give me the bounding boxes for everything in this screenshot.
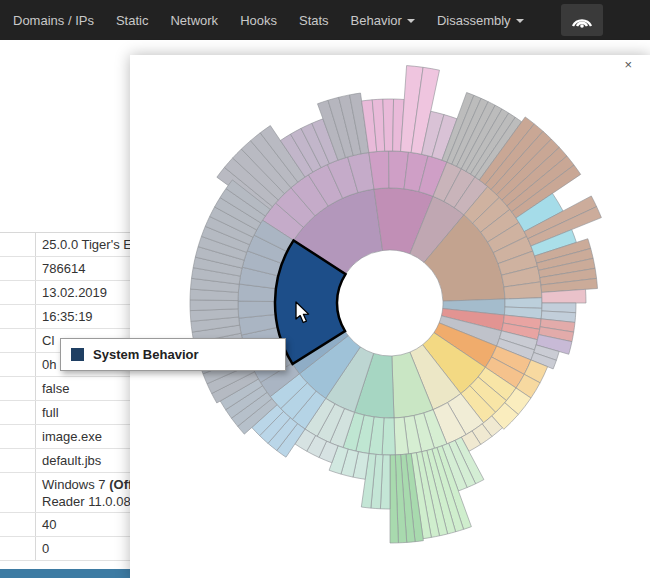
nav-item-behavior[interactable]: Behavior xyxy=(340,0,426,40)
nav-item-label: Stats xyxy=(299,13,329,28)
table-label-cell xyxy=(0,537,36,560)
close-icon[interactable]: × xyxy=(624,58,632,71)
sunburst-segment[interactable] xyxy=(505,298,542,309)
table-label-cell xyxy=(0,257,36,280)
table-value-cell: 40 xyxy=(36,513,130,536)
chevron-down-icon xyxy=(516,19,524,23)
top-nav: Domains / IPsStaticNetworkHooksStatsBeha… xyxy=(0,0,650,40)
table-label-cell xyxy=(0,353,36,376)
chart-tooltip: System Behavior xyxy=(60,338,286,371)
nav-item-static[interactable]: Static xyxy=(105,0,160,40)
table-row: Windows 7 (OffReader 11.0.08, xyxy=(0,473,130,513)
graph-icon-button[interactable] xyxy=(561,4,603,36)
table-label-cell xyxy=(0,473,36,512)
nav-item-domains-ips[interactable]: Domains / IPs xyxy=(2,0,105,40)
table-value-cell: 16:35:19 xyxy=(36,305,130,328)
bottom-section-bar xyxy=(0,569,130,578)
nav-item-label: Domains / IPs xyxy=(13,13,94,28)
table-label-cell xyxy=(0,513,36,536)
table-row: 786614 xyxy=(0,257,130,281)
table-value-cell: 786614 xyxy=(36,257,130,280)
tooltip-label: System Behavior xyxy=(93,347,199,362)
table-value-cell: image.exe xyxy=(36,425,130,448)
sunburst-segment[interactable] xyxy=(383,99,394,151)
table-row: full xyxy=(0,401,130,425)
table-row: 16:35:19 xyxy=(0,305,130,329)
table-row: 25.0.0 Tiger's Ey xyxy=(0,233,130,257)
table-label-cell xyxy=(0,449,36,472)
table-value-cell: false xyxy=(36,377,130,400)
nav-item-label: Disassembly xyxy=(437,13,511,28)
table-row: image.exe xyxy=(0,425,130,449)
nav-item-network[interactable]: Network xyxy=(159,0,229,40)
table-value-cell: default.jbs xyxy=(36,449,130,472)
table-label-cell xyxy=(0,305,36,328)
table-row: false xyxy=(0,377,130,401)
nav-item-stats[interactable]: Stats xyxy=(288,0,340,40)
table-row: 13.02.2019 xyxy=(0,281,130,305)
table-label-cell xyxy=(0,281,36,304)
table-label-cell xyxy=(0,329,36,352)
sunburst-segment[interactable] xyxy=(190,300,238,311)
sunburst-segment[interactable] xyxy=(382,418,395,455)
nav-item-disassembly[interactable]: Disassembly xyxy=(426,0,535,40)
table-row: default.jbs xyxy=(0,449,130,473)
behavior-graph-modal: × xyxy=(130,55,650,578)
nav-item-label: Hooks xyxy=(240,13,277,28)
chevron-down-icon xyxy=(407,19,415,23)
nav-item-hooks[interactable]: Hooks xyxy=(229,0,288,40)
radar-icon xyxy=(569,10,595,30)
table-value-cell: full xyxy=(36,401,130,424)
table-label-cell xyxy=(0,425,36,448)
sunburst-chart[interactable] xyxy=(130,55,650,578)
table-value-cell: 0 xyxy=(36,537,130,560)
nav-item-label: Behavior xyxy=(351,13,402,28)
table-row: 0 xyxy=(0,537,130,561)
table-label-cell xyxy=(0,401,36,424)
table-label-cell xyxy=(0,233,36,256)
table-value-cell: 13.02.2019 xyxy=(36,281,130,304)
table-row: 40 xyxy=(0,513,130,537)
nav-item-label: Static xyxy=(116,13,149,28)
nav-item-label: Network xyxy=(170,13,218,28)
table-value-cell: Windows 7 (OffReader 11.0.08, xyxy=(36,473,130,512)
tooltip-swatch xyxy=(71,348,84,361)
table-value-cell: 25.0.0 Tiger's Ey xyxy=(36,233,130,256)
analysis-details-table: 25.0.0 Tiger's Ey78661413.02.201916:35:1… xyxy=(0,232,130,561)
table-label-cell xyxy=(0,377,36,400)
